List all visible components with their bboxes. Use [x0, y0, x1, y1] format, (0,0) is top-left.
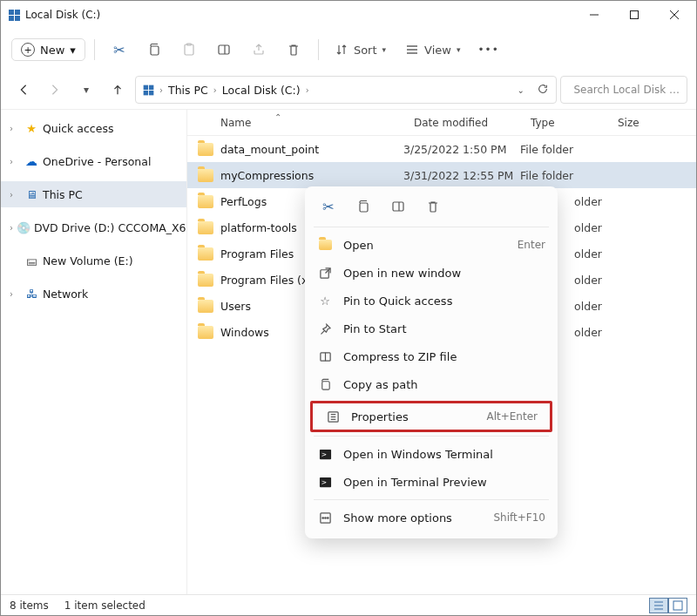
breadcrumb-this-pc[interactable]: This PC [168, 84, 208, 97]
ctx-properties[interactable]: Properties Alt+Enter [310, 401, 552, 432]
toolbar-divider [318, 39, 319, 60]
cut-button[interactable]: ✂ [104, 34, 135, 65]
copy-path-icon [317, 378, 333, 391]
folder-icon [198, 326, 213, 339]
ctx-delete-button[interactable] [423, 197, 443, 216]
back-button[interactable] [10, 76, 37, 104]
forward-button[interactable] [41, 76, 69, 104]
folder-icon [198, 195, 213, 208]
maximize-button[interactable] [614, 1, 654, 29]
recent-button[interactable]: ▾ [72, 76, 100, 104]
svg-point-35 [324, 517, 326, 518]
column-type[interactable]: Type [520, 117, 607, 129]
more-icon [317, 511, 333, 525]
paste-button[interactable] [173, 34, 205, 65]
details-view-button[interactable] [649, 598, 668, 613]
menu-separator [314, 227, 549, 227]
sidebar-item-this-pc[interactable]: › 🖥 This PC [1, 181, 186, 207]
rename-icon [391, 200, 405, 213]
close-button[interactable] [654, 1, 694, 29]
chevron-down-icon: ▾ [382, 45, 387, 54]
trash-icon [426, 200, 440, 213]
command-bar: + New ▾ ✂ Sort ▾ View ▾ ••• [1, 29, 696, 71]
svg-point-36 [327, 517, 328, 518]
chevron-right-icon: › [213, 85, 217, 95]
ctx-cut-button[interactable]: ✂ [319, 197, 338, 216]
scissors-icon: ✂ [322, 199, 334, 215]
context-quick-actions: ✂ [305, 192, 558, 223]
file-row[interactable]: data_mount_point 3/25/2022 1:50 PM File … [187, 136, 696, 162]
disc-icon: 💿 [17, 221, 30, 234]
breadcrumb-local-disk[interactable]: Local Disk (C:) [222, 84, 301, 97]
star-outline-icon: ☆ [317, 294, 333, 308]
chevron-right-icon: › [10, 157, 20, 166]
svg-text:>: > [321, 450, 326, 458]
ctx-open-new-window[interactable]: Open in new window [305, 259, 558, 287]
column-name[interactable]: Name ⌃ [187, 117, 403, 129]
navigation-pane: › ★ Quick access › ☁ OneDrive - Personal… [1, 110, 187, 594]
ctx-show-more[interactable]: Show more options Shift+F10 [305, 504, 558, 531]
view-button[interactable]: View ▾ [398, 34, 469, 65]
terminal-icon: > [317, 448, 333, 461]
window-title: Local Disk (C:) [25, 9, 100, 21]
column-date[interactable]: Date modified [403, 117, 520, 129]
ctx-open-terminal-preview[interactable]: > Open in Terminal Preview [305, 468, 558, 496]
new-label: New [40, 44, 64, 57]
svg-rect-18 [360, 203, 368, 212]
chevron-right-icon: › [306, 85, 309, 95]
delete-button[interactable] [278, 34, 309, 65]
zip-icon [317, 350, 333, 363]
ctx-copy-button[interactable] [354, 197, 373, 216]
copy-button[interactable] [139, 34, 170, 65]
ctx-open[interactable]: Open Enter [305, 231, 558, 259]
rename-button[interactable] [208, 34, 240, 65]
column-size[interactable]: Size [607, 117, 696, 129]
sidebar-item-network[interactable]: › 🖧 Network [1, 281, 186, 307]
chevron-right-icon: › [10, 289, 20, 299]
clipboard-icon [182, 43, 196, 57]
new-button[interactable]: + New ▾ [11, 38, 85, 61]
sidebar-item-quick-access[interactable]: › ★ Quick access [1, 115, 186, 141]
open-new-window-icon [317, 267, 333, 280]
view-icon [405, 43, 419, 57]
chevron-right-icon: › [159, 85, 163, 95]
menu-separator [314, 436, 549, 437]
ctx-pin-start[interactable]: Pin to Start [305, 315, 558, 342]
svg-text:>: > [321, 478, 326, 486]
column-headers: Name ⌃ Date modified Type Size [187, 110, 696, 136]
drive-icon [8, 9, 20, 21]
more-button[interactable]: ••• [472, 34, 504, 65]
search-box[interactable]: Search Local Disk … [560, 76, 687, 104]
toolbar-divider [94, 39, 95, 60]
context-menu: ✂ Open Enter Open in new window ☆ Pin to… [305, 186, 558, 538]
sidebar-item-new-volume[interactable]: 🖴 New Volume (E:) [1, 247, 186, 274]
sidebar-item-onedrive[interactable]: › ☁ OneDrive - Personal [1, 148, 186, 174]
ctx-copy-path[interactable]: Copy as path [305, 370, 558, 398]
thumbnails-view-button[interactable] [668, 598, 687, 613]
chevron-down-icon: ▾ [70, 44, 76, 57]
folder-icon [198, 143, 213, 156]
file-row-selected[interactable]: myCompressions 3/31/2022 12:55 PM File f… [187, 162, 696, 188]
sort-label: Sort [354, 44, 377, 57]
sort-indicator-icon: ⌃ [274, 112, 281, 122]
address-bar[interactable]: › This PC › Local Disk (C:) › ⌄ [135, 76, 557, 104]
sidebar-item-dvd[interactable]: › 💿 DVD Drive (D:) CCCOMA_X64FR [1, 214, 186, 240]
drive-icon: 🖴 [24, 254, 39, 267]
share-icon [252, 43, 266, 57]
network-icon: 🖧 [24, 288, 39, 301]
ctx-rename-button[interactable] [389, 197, 408, 216]
ctx-pin-quick-access[interactable]: ☆ Pin to Quick access [305, 287, 558, 315]
folder-icon [198, 274, 213, 287]
up-button[interactable] [104, 76, 132, 104]
sort-button[interactable]: Sort ▾ [328, 34, 395, 65]
share-button[interactable] [243, 34, 274, 65]
ctx-compress[interactable]: Compress to ZIP file [305, 342, 558, 370]
refresh-button[interactable] [537, 83, 549, 98]
menu-separator [314, 499, 549, 500]
chevron-down-icon[interactable]: ⌄ [518, 85, 524, 95]
title-bar: Local Disk (C:) [1, 1, 696, 29]
minimize-button[interactable] [574, 1, 614, 29]
svg-rect-5 [185, 44, 193, 55]
ctx-open-windows-terminal[interactable]: > Open in Windows Terminal [305, 440, 558, 468]
explorer-window: Local Disk (C:) + New ▾ ✂ Sort ▾ View ▾ … [0, 0, 697, 616]
